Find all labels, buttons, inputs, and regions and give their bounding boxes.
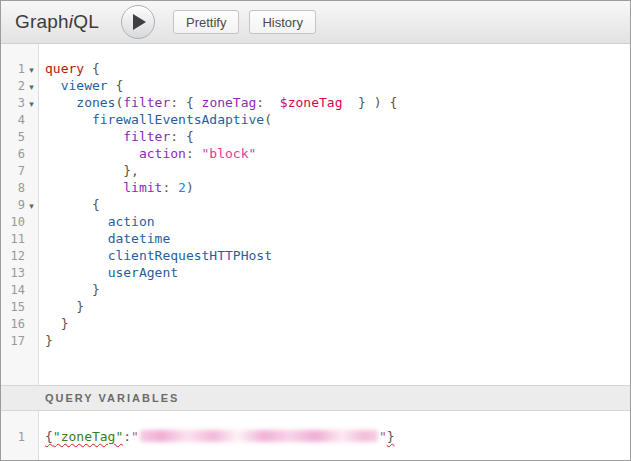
code-line[interactable]: 7 }, — [1, 162, 630, 179]
token-str: "block" — [202, 146, 257, 161]
graphiql-window: GraphiQL Prettify History 1▾query {2▾ vi… — [0, 0, 631, 461]
code-line[interactable]: 3▾ zones(filter: { zoneTag: $zoneTag } )… — [1, 94, 630, 111]
token-pun — [45, 214, 108, 229]
logo-text: QL — [73, 11, 99, 32]
token-pun — [45, 316, 61, 331]
token-pun: }, — [123, 163, 139, 178]
code-line[interactable]: 17} — [1, 332, 630, 349]
token-pun — [45, 146, 139, 161]
code-line[interactable]: 15 } — [1, 298, 630, 315]
token-fld: userAgent — [108, 265, 178, 280]
line-number: 1 — [1, 61, 25, 78]
code-text: userAgent — [39, 264, 178, 281]
query-variables-title-bar[interactable]: QUERY VARIABLES — [1, 385, 630, 411]
token-pun — [45, 265, 108, 280]
token-fld: firewallEventsAdaptive — [92, 112, 264, 127]
code-line[interactable]: 8 limit: 2) — [1, 179, 630, 196]
line-number: 5 — [1, 129, 25, 146]
redacted-value-blur — [140, 430, 378, 442]
code-text: filter: { — [39, 128, 194, 145]
token-pun — [45, 197, 92, 212]
line-number: 14 — [1, 282, 25, 299]
token-pun: { — [84, 61, 100, 76]
toolbar: GraphiQL Prettify History — [1, 1, 630, 44]
code-line[interactable]: 9▾ { — [1, 196, 630, 213]
line-number: 7 — [1, 163, 25, 180]
query-variables-editor[interactable]: 1{"zoneTag":""} — [1, 411, 630, 460]
token-pun: : { — [170, 129, 193, 144]
token-kw: query — [45, 61, 84, 76]
code-line[interactable]: 10 action — [1, 213, 630, 230]
code-line[interactable]: 16 } — [1, 315, 630, 332]
code-line[interactable]: 13 userAgent — [1, 264, 630, 281]
token-arg: filter — [123, 129, 170, 144]
code-text: } — [39, 315, 68, 332]
token-pun: } — [61, 316, 69, 331]
gutter-cell: 11 — [1, 231, 39, 248]
fold-arrow-icon[interactable]: ▾ — [25, 198, 38, 215]
line-number: 6 — [1, 146, 25, 163]
token-vkey: "zoneTag" — [53, 429, 123, 444]
gutter-cell: 9▾ — [1, 197, 39, 215]
gutter-cell: 10 — [1, 214, 39, 231]
token-arg: action — [139, 146, 186, 161]
code-line[interactable]: 4 firewallEventsAdaptive( — [1, 111, 630, 128]
code-text: viewer { — [39, 77, 123, 94]
token-pun — [45, 112, 92, 127]
variables-line[interactable]: 1{"zoneTag":""} — [1, 428, 630, 445]
code-text: limit: 2) — [39, 179, 194, 196]
gutter-cell: 2▾ — [1, 78, 39, 96]
token-pun: : — [256, 95, 279, 110]
history-button[interactable]: History — [249, 10, 315, 34]
line-number: 11 — [1, 231, 25, 248]
query-editor[interactable]: 1▾query {2▾ viewer {3▾ zones(filter: { z… — [1, 44, 630, 385]
token-pun: } — [45, 333, 53, 348]
token-arg: limit — [123, 180, 162, 195]
code-text: } — [39, 298, 84, 315]
code-line[interactable]: 6 action: "block" — [1, 145, 630, 162]
line-number: 13 — [1, 265, 25, 282]
line-number: 12 — [1, 248, 25, 265]
code-text: {"zoneTag":""} — [39, 428, 395, 445]
gutter-cell: 4 — [1, 112, 39, 129]
token-fld: viewer — [61, 78, 108, 93]
token-fld: datetime — [108, 231, 171, 246]
line-number: 10 — [1, 214, 25, 231]
token-num: 2 — [178, 180, 186, 195]
logo-text: Graph — [15, 11, 69, 32]
code-line[interactable]: 2▾ viewer { — [1, 77, 630, 94]
token-pun: { — [92, 197, 100, 212]
code-line[interactable]: 1▾query { — [1, 60, 630, 77]
gutter-cell: 1▾ — [1, 61, 39, 79]
code-text: { — [39, 196, 100, 213]
gutter-cell: 14 — [1, 282, 39, 299]
token-arg: filter — [123, 95, 170, 110]
token-pun: } ) { — [342, 95, 397, 110]
execute-query-button[interactable] — [121, 5, 155, 39]
code-text: zones(filter: { zoneTag: $zoneTag } ) { — [39, 94, 397, 111]
fold-arrow-icon[interactable]: ▾ — [25, 79, 38, 96]
token-pun: { — [45, 429, 53, 444]
token-pun — [45, 231, 108, 246]
code-line[interactable]: 11 datetime — [1, 230, 630, 247]
token-str: " — [131, 429, 139, 444]
gutter-cell: 16 — [1, 316, 39, 333]
code-line[interactable]: 5 filter: { — [1, 128, 630, 145]
line-number: 15 — [1, 299, 25, 316]
prettify-button[interactable]: Prettify — [173, 10, 239, 34]
code-line[interactable]: 12 clientRequestHTTPHost — [1, 247, 630, 264]
gutter-cell: 12 — [1, 248, 39, 265]
fold-arrow-icon[interactable]: ▾ — [25, 62, 38, 79]
fold-arrow-icon[interactable]: ▾ — [25, 96, 38, 113]
gutter-cell: 3▾ — [1, 95, 39, 113]
code-text: datetime — [39, 230, 170, 247]
token-pun — [45, 299, 76, 314]
token-pun — [45, 78, 61, 93]
code-text: clientRequestHTTPHost — [39, 247, 272, 264]
token-pun — [45, 129, 123, 144]
gutter-cell: 8 — [1, 180, 39, 197]
code-text: action — [39, 213, 155, 230]
token-pun: : — [123, 429, 131, 444]
code-line[interactable]: 14 } — [1, 281, 630, 298]
code-text: }, — [39, 162, 139, 179]
